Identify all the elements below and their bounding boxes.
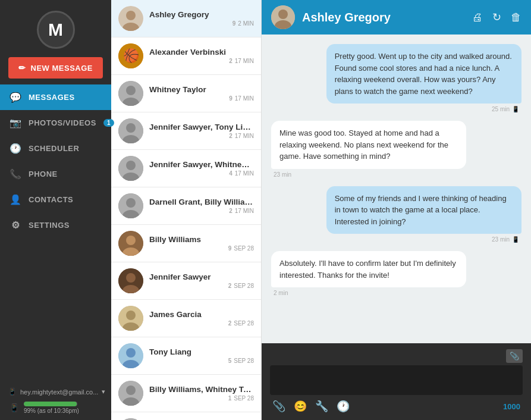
contact-name: Darnell Grant, Billy Williams <box>149 198 254 206</box>
contact-name: Billy Williams <box>149 235 254 244</box>
refresh-icon[interactable]: ↻ <box>492 11 501 24</box>
contact-name: Jennifer Sawyer, Whitney Taylor <box>149 160 254 169</box>
contact-item[interactable]: Ashley Gregory92 MIN <box>111 0 261 37</box>
contact-info: Billy Williams9SEP 28 <box>149 235 254 252</box>
message-count: 1 <box>228 395 232 402</box>
message-count: 4 <box>229 170 232 177</box>
contact-info: Whitney Taylor917 MIN <box>149 85 254 102</box>
photos-badge: 1 <box>103 119 114 127</box>
contact-item[interactable]: Jennifer Sawyer, Tony Liang217 MIN <box>111 112 261 150</box>
contact-info: Jennifer Sawyer, Tony Liang217 MIN <box>149 123 254 139</box>
battery-label: 99% (as of 10:36pm) <box>24 408 79 414</box>
settings-icon: ⚙ <box>10 220 21 231</box>
print-icon[interactable]: 🖨 <box>472 11 483 24</box>
contact-meta: 417 MIN <box>149 170 254 177</box>
message-row: Absolutely. I'll have to confirm later b… <box>271 251 521 296</box>
logo-container: M <box>0 0 111 57</box>
svg-point-21 <box>126 273 136 283</box>
contact-meta: 917 MIN <box>149 95 254 102</box>
contact-item[interactable]: Jennifer Sawyer, Whitney Taylor417 MIN <box>111 150 261 187</box>
message-count: 2 <box>229 133 232 139</box>
contact-name: Alexander Verbinski <box>149 48 254 57</box>
new-message-button[interactable]: ✏ NEW MESSAGE <box>8 57 103 79</box>
message-time: 17 MIN <box>235 208 254 214</box>
sidebar-item-scheduler[interactable]: 🕐 SCHEDULER <box>0 136 111 161</box>
sidebar-item-settings[interactable]: ⚙ SETTINGS <box>0 212 111 238</box>
sidebar-item-messages[interactable]: 💬 MESSAGES <box>0 84 111 110</box>
attach-icon-btn[interactable]: 📎 <box>506 349 523 363</box>
contact-item[interactable]: Billy Williams, Jennifer SawyerSEP 28 <box>111 412 261 420</box>
message-count: 2 <box>228 283 232 289</box>
sidebar-item-settings-label: SETTINGS <box>29 221 70 230</box>
sidebar-item-photos-label: PHOTOS/VIDEOS <box>29 118 96 127</box>
contact-item[interactable]: Darnell Grant, Billy Williams217 MIN <box>111 187 261 225</box>
contact-name: Jennifer Sawyer, Tony Liang <box>149 123 254 131</box>
tools-icon[interactable]: 🔧 <box>315 400 328 413</box>
contact-name: Ashley Gregory <box>149 10 254 19</box>
message-input[interactable] <box>270 365 523 393</box>
contact-avatar <box>118 231 143 256</box>
phone-device-icon: 📱 <box>8 388 17 396</box>
sidebar-item-photos[interactable]: 📷 PHOTOS/VIDEOS 1 <box>0 110 111 136</box>
message-time: 17 MIN <box>235 95 254 102</box>
svg-point-36 <box>278 10 288 19</box>
svg-point-24 <box>126 311 136 320</box>
contact-item[interactable]: Billy Williams, Whitney Taylor1SEP 28 <box>111 375 261 412</box>
logo-bubble: M <box>37 11 75 49</box>
battery-bar-container <box>24 402 77 406</box>
contact-info: Billy Williams, Whitney Taylor1SEP 28 <box>149 385 254 402</box>
message-status-icon: 📱 <box>512 236 519 243</box>
contact-item[interactable]: James Garcia2SEP 28 <box>111 300 261 337</box>
contact-meta: 92 MIN <box>149 20 254 27</box>
contact-item[interactable]: Jennifer Sawyer2SEP 28 <box>111 262 261 300</box>
photos-icon: 📷 <box>10 117 21 128</box>
account-email: hey.mightytext@gmail.co... <box>20 388 98 396</box>
sidebar-item-contacts[interactable]: 👤 CONTACTS <box>0 187 111 212</box>
contact-info: James Garcia2SEP 28 <box>149 310 254 327</box>
contact-avatar <box>118 268 143 293</box>
message-time: SEP 28 <box>234 245 254 252</box>
contact-item[interactable]: Whitney Taylor917 MIN <box>111 75 261 112</box>
contact-avatar <box>118 193 143 218</box>
emoji-icon[interactable]: 😊 <box>294 400 307 413</box>
phone-icon: 📞 <box>10 168 21 180</box>
contact-item[interactable]: Billy Williams9SEP 28 <box>111 225 261 262</box>
contact-info: Ashley Gregory92 MIN <box>149 10 254 27</box>
chat-messages: Pretty good. Went up to the city and wal… <box>262 35 531 343</box>
clock-icon[interactable]: 🕐 <box>337 400 350 413</box>
svg-point-15 <box>126 198 136 208</box>
contact-info: Alexander Verbinski217 MIN <box>149 48 254 64</box>
contact-avatar <box>118 306 143 331</box>
logo-letter: M <box>48 20 63 40</box>
sidebar-item-phone[interactable]: 📞 PHONE <box>0 161 111 187</box>
chat-input-box[interactable] <box>270 365 523 395</box>
chat-input-area: 📎 📎 😊 🔧 🕐 1000 <box>262 343 531 420</box>
contact-meta: 9SEP 28 <box>149 245 254 252</box>
chat-header-avatar-inner <box>271 5 295 29</box>
message-timestamp: 25 min📱 <box>489 106 521 112</box>
message-time: SEP 28 <box>234 283 254 289</box>
contact-info: Jennifer Sawyer2SEP 28 <box>149 272 254 289</box>
account-row[interactable]: 📱 hey.mightytext@gmail.co... ▾ <box>8 388 103 396</box>
svg-point-30 <box>126 385 136 395</box>
contact-meta: 217 MIN <box>149 133 254 139</box>
contact-item[interactable]: Tony Liang5SEP 28 <box>111 337 261 375</box>
svg-point-12 <box>126 161 136 170</box>
message-timestamp: 23 min📱 <box>489 236 521 243</box>
message-count: 9 <box>228 245 232 252</box>
chat-contact-name: Ashley Gregory <box>302 11 465 24</box>
battery-row: 📱 99% (as of 10:36pm) <box>10 402 103 414</box>
contact-avatar <box>118 343 143 368</box>
message-timestamp: 2 min <box>271 290 290 296</box>
contact-avatar <box>118 81 143 106</box>
sidebar-footer: 📱 hey.mightytext@gmail.co... ▾ 📱 99% (as… <box>0 382 111 420</box>
contact-item[interactable]: 🏀Alexander Verbinski217 MIN <box>111 37 261 75</box>
message-bubble: Absolutely. I'll have to confirm later b… <box>271 251 466 287</box>
message-row: Mine was good too. Stayed at home and ha… <box>271 121 521 178</box>
chat-header-avatar <box>271 5 295 29</box>
svg-point-1 <box>126 11 136 20</box>
message-bubble: Some of my friends and I were thinking o… <box>326 186 521 234</box>
svg-point-9 <box>126 123 136 133</box>
paperclip-icon[interactable]: 📎 <box>272 400 285 413</box>
trash-icon[interactable]: 🗑 <box>511 11 521 24</box>
